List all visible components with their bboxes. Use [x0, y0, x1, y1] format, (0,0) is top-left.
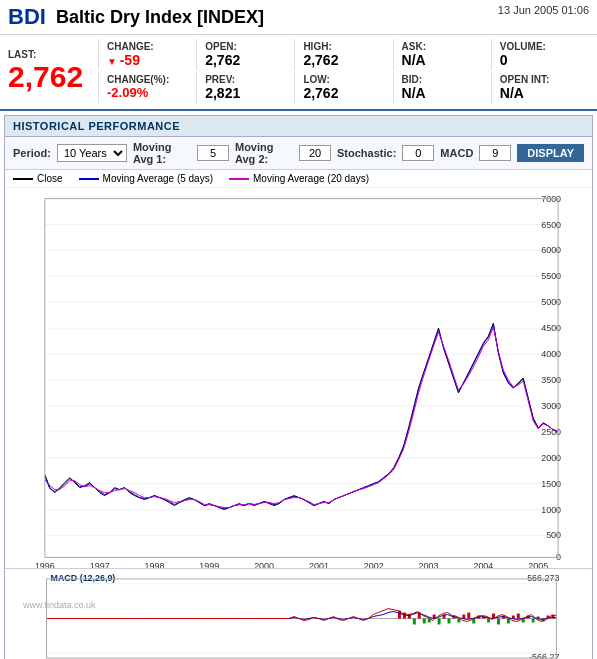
bid-label: BID:: [402, 74, 483, 85]
open-int-label: OPEN INT:: [500, 74, 581, 85]
svg-text:1996: 1996: [35, 561, 55, 568]
stats-area: LAST: 2,762 CHANGE: -59 OPEN: 2,762 HIGH…: [0, 35, 597, 111]
stochastic-label: Stochastic:: [337, 147, 396, 159]
historical-header: HISTORICAL PERFORMANCE: [5, 116, 592, 137]
high-label: HIGH:: [303, 41, 384, 52]
change-pct-label: CHANGE(%):: [107, 74, 188, 85]
volume-value: 0: [500, 52, 581, 68]
svg-text:500: 500: [546, 530, 561, 540]
svg-rect-70: [497, 619, 500, 625]
stochastic-input[interactable]: [402, 145, 434, 161]
svg-text:1997: 1997: [90, 561, 110, 568]
stats-grid: CHANGE: -59 OPEN: 2,762 HIGH: 2,762 ASK:…: [98, 39, 589, 103]
watermark: www.findata.co.uk: [15, 598, 597, 612]
svg-rect-74: [517, 614, 520, 619]
prev-value: 2,821: [205, 85, 286, 101]
open-value: 2,762: [205, 52, 286, 68]
svg-rect-68: [487, 619, 490, 623]
open-int-value: N/A: [500, 85, 581, 101]
legend-close: Close: [13, 173, 63, 184]
low-label: LOW:: [303, 74, 384, 85]
ma1-input[interactable]: [197, 145, 229, 161]
last-value: 2,762: [8, 60, 98, 93]
svg-text:1999: 1999: [199, 561, 219, 568]
prev-label: PREV:: [205, 74, 286, 85]
legend-ma5: Moving Average (5 days): [79, 173, 213, 184]
svg-rect-77: [532, 619, 535, 623]
ticker-symbol: BDI: [8, 4, 46, 30]
chart-container: 7000 6500 6000 5500 5000 4500 4000 3500 …: [5, 188, 592, 659]
header-bar: BDI Baltic Dry Index [INDEX] 13 Jun 2005…: [0, 0, 597, 35]
svg-rect-0: [5, 189, 592, 568]
open-cell: OPEN: 2,762: [196, 39, 294, 70]
ask-cell: ASK: N/A: [393, 39, 491, 70]
volume-label: VOLUME:: [500, 41, 581, 52]
ma2-input[interactable]: [299, 145, 331, 161]
close-color-swatch: [13, 178, 33, 180]
ma1-label: Moving Avg 1:: [133, 141, 191, 165]
macd-input[interactable]: [479, 145, 511, 161]
high-value: 2,762: [303, 52, 384, 68]
svg-text:2002: 2002: [364, 561, 384, 568]
svg-rect-73: [512, 616, 515, 619]
last-price-column: LAST: 2,762: [8, 39, 98, 103]
high-cell: HIGH: 2,762: [294, 39, 392, 70]
header-date: 13 Jun 2005 01:06: [498, 4, 589, 16]
change-label: CHANGE:: [107, 41, 188, 52]
svg-text:566.273: 566.273: [527, 573, 559, 583]
change-pct-cell: CHANGE(%): -2.09%: [98, 72, 196, 103]
svg-text:1998: 1998: [145, 561, 165, 568]
period-select[interactable]: 10 Years: [57, 144, 127, 162]
close-legend-label: Close: [37, 173, 63, 184]
low-value: 2,762: [303, 85, 384, 101]
svg-text:2005: 2005: [528, 561, 548, 568]
svg-rect-63: [462, 615, 465, 619]
svg-text:2003: 2003: [419, 561, 439, 568]
ask-label: ASK:: [402, 41, 483, 52]
main-chart: 7000 6500 6000 5500 5000 4500 4000 3500 …: [5, 188, 592, 568]
ma20-color-swatch: [229, 178, 249, 180]
ma5-color-swatch: [79, 178, 99, 180]
svg-text:MACD (12,26,9): MACD (12,26,9): [51, 573, 116, 583]
header-left: BDI Baltic Dry Index [INDEX]: [8, 4, 264, 30]
volume-cell: VOLUME: 0: [491, 39, 589, 70]
ma5-legend-label: Moving Average (5 days): [103, 173, 213, 184]
bid-value: N/A: [402, 85, 483, 101]
low-cell: LOW: 2,762: [294, 72, 392, 103]
prev-cell: PREV: 2,821: [196, 72, 294, 103]
svg-text:2000: 2000: [254, 561, 274, 568]
ma2-label: Moving Avg 2:: [235, 141, 293, 165]
macd-chart: MACD (12,26,9) 566.273 -566.27: [5, 568, 592, 659]
ma20-legend-label: Moving Average (20 days): [253, 173, 369, 184]
display-button[interactable]: DISPLAY: [517, 144, 584, 162]
svg-rect-72: [507, 619, 510, 624]
change-cell: CHANGE: -59: [98, 39, 196, 70]
ask-value: N/A: [402, 52, 483, 68]
open-int-cell: OPEN INT: N/A: [491, 72, 589, 103]
historical-section: HISTORICAL PERFORMANCE Period: 10 Years …: [4, 115, 593, 659]
controls-row: Period: 10 Years Moving Avg 1: Moving Av…: [5, 137, 592, 170]
last-label: LAST:: [8, 49, 98, 60]
svg-text:2004: 2004: [473, 561, 493, 568]
bid-cell: BID: N/A: [393, 72, 491, 103]
macd-label: MACD: [440, 147, 473, 159]
svg-rect-64: [467, 613, 470, 619]
change-value: -59: [107, 52, 188, 68]
svg-rect-55: [423, 619, 426, 624]
svg-rect-53: [413, 619, 416, 625]
period-label: Period:: [13, 147, 51, 159]
svg-rect-60: [447, 619, 450, 624]
svg-rect-58: [438, 619, 441, 625]
legend-ma20: Moving Average (20 days): [229, 173, 369, 184]
open-label: OPEN:: [205, 41, 286, 52]
chart-legend: Close Moving Average (5 days) Moving Ave…: [5, 170, 592, 188]
change-pct-value: -2.09%: [107, 85, 188, 100]
svg-text:2001: 2001: [309, 561, 329, 568]
ticker-name: Baltic Dry Index [INDEX]: [56, 7, 264, 28]
